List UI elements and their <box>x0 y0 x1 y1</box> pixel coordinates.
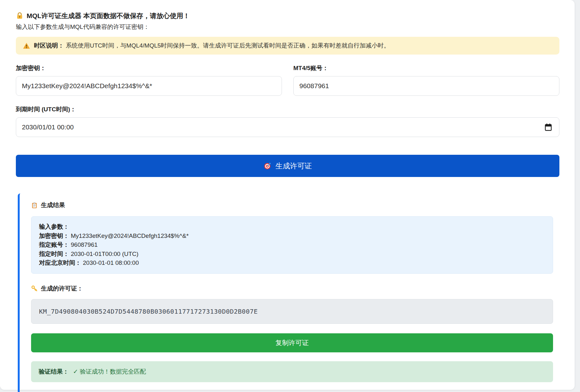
validation-label: 验证结果： <box>39 368 69 375</box>
param-label: 对应北京时间： <box>39 259 81 266</box>
result-heading-text: 生成结果 <box>41 201 65 209</box>
validation-result-box: 验证结果： ✓ 验证成功！数据完全匹配 <box>31 361 553 382</box>
account-input[interactable] <box>293 76 559 96</box>
warning-icon <box>23 42 30 49</box>
account-group: MT4/5账号： <box>293 64 559 96</box>
clipboard-icon <box>31 202 38 209</box>
expiry-datetime-input[interactable] <box>16 117 559 137</box>
param-value: 2030-01-01 08:00:00 <box>83 259 139 266</box>
generate-license-button-label: 生成许可证 <box>276 161 312 171</box>
param-row-time: 指定时间： 2030-01-01T00:00 (UTC) <box>39 250 545 259</box>
lock-icon <box>16 12 23 20</box>
param-row-beijing-time: 对应北京时间： 2030-01-01 08:00:00 <box>39 258 545 268</box>
expiry-label: 到期时间 (UTC时间)： <box>16 105 559 114</box>
generate-license-button[interactable]: 生成许可证 <box>16 155 559 177</box>
main-card: MQL许可证生成器 本页面数据不做保存，请放心使用！ 输入以下参数生成与MQL代… <box>0 0 575 390</box>
page-subtitle: 输入以下参数生成与MQL代码兼容的许可证密钥： <box>16 23 559 31</box>
secret-key-label: 加密密钥： <box>16 64 282 72</box>
timezone-alert-text: 系统使用UTC时间，与MQL4/MQL5时间保持一致。请生成许可证后先测试看时间… <box>66 42 390 49</box>
calendar-icon[interactable] <box>544 123 552 131</box>
param-value: 96087961 <box>71 241 98 248</box>
validation-text: ✓ 验证成功！数据完全匹配 <box>73 368 146 375</box>
license-key-value: KM_7D490804030B524D7D5448780B03060117717… <box>39 308 258 315</box>
secret-key-input[interactable] <box>16 76 282 96</box>
key-icon <box>31 285 38 292</box>
page-title-text: MQL许可证生成器 本页面数据不做保存，请放心使用！ <box>27 11 190 20</box>
param-label: 指定账号： <box>39 241 69 248</box>
license-heading: 生成的许可证： <box>31 284 553 293</box>
result-panel: 生成结果 输入参数： 加密密钥： My1233etKey@2024!ABCDef… <box>18 193 559 392</box>
page-title: MQL许可证生成器 本页面数据不做保存，请放心使用！ <box>16 11 559 20</box>
param-row-secret-key: 加密密钥： My1233etKey@2024!ABCDefgh1234$%^&* <box>39 232 545 241</box>
copy-license-button[interactable]: 复制许可证 <box>31 333 553 352</box>
params-title-row: 输入参数： <box>39 222 545 232</box>
param-row-account: 指定账号： 96087961 <box>39 240 545 250</box>
params-title: 输入参数： <box>39 223 69 230</box>
param-label: 指定时间： <box>39 251 69 257</box>
target-icon <box>264 162 272 170</box>
copy-license-button-label: 复制许可证 <box>276 339 309 346</box>
param-value: 2030-01-01T00:00 (UTC) <box>71 251 138 257</box>
timezone-alert: 时区说明： 系统使用UTC时间，与MQL4/MQL5时间保持一致。请生成许可证后… <box>16 37 559 55</box>
input-params-box: 输入参数： 加密密钥： My1233etKey@2024!ABCDefgh123… <box>31 216 553 274</box>
result-heading: 生成结果 <box>31 201 553 209</box>
license-heading-text: 生成的许可证： <box>41 284 83 293</box>
timezone-alert-label: 时区说明： <box>34 42 64 49</box>
timezone-alert-content: 时区说明： 系统使用UTC时间，与MQL4/MQL5时间保持一致。请生成许可证后… <box>34 42 390 50</box>
param-value: My1233etKey@2024!ABCDefgh1234$%^&* <box>71 232 189 239</box>
license-key-box: KM_7D490804030B524D7D5448780B03060117717… <box>31 299 553 324</box>
form-row: 加密密钥： MT4/5账号： <box>16 64 559 96</box>
secret-key-group: 加密密钥： <box>16 64 282 96</box>
expiry-group: 到期时间 (UTC时间)： <box>16 105 559 137</box>
account-label: MT4/5账号： <box>293 64 559 72</box>
param-label: 加密密钥： <box>39 232 69 239</box>
